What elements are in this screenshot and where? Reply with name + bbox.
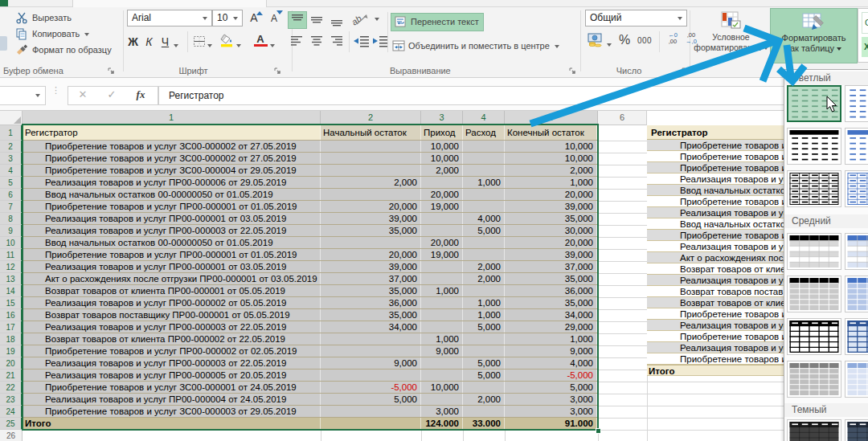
cell-value[interactable] [421, 177, 463, 188]
cell-value[interactable] [463, 201, 505, 212]
column-header-4[interactable]: 4 [463, 111, 505, 125]
cell-value[interactable] [421, 394, 463, 405]
cell-value[interactable]: 10,000 [421, 153, 463, 164]
row-header-7[interactable]: 7 [0, 201, 23, 213]
number-dialog-launcher[interactable] [682, 67, 690, 77]
table-style-swatch[interactable] [845, 361, 868, 398]
cell-value[interactable]: 5,000 [463, 357, 505, 369]
cell-value[interactable]: Расход [463, 125, 505, 140]
cell-value[interactable]: 2,000 [463, 273, 505, 284]
cell-value[interactable]: 19,000 [421, 249, 463, 260]
fill-color-button[interactable] [220, 33, 235, 49]
cell-value[interactable] [463, 153, 505, 164]
table-style-swatch[interactable] [845, 170, 868, 207]
cell-value[interactable]: 1,000 [463, 297, 505, 308]
paste-button-fragment[interactable] [0, 36, 7, 51]
column-header-1[interactable]: 1 [23, 111, 321, 125]
cell-value[interactable] [321, 333, 421, 345]
wrap-text-button[interactable]: Перенести текст [391, 13, 484, 31]
cell-value[interactable] [321, 141, 421, 152]
cell-value[interactable]: -5,000 [505, 370, 597, 381]
align-right-button[interactable] [328, 33, 346, 49]
conditional-formatting-button[interactable]: Условноеформатирование [693, 8, 769, 62]
cell-value[interactable]: 9,000 [321, 357, 421, 369]
row-header-14[interactable]: 14 [0, 285, 23, 297]
row-header-19[interactable]: 19 [0, 345, 23, 357]
cell-value[interactable] [421, 213, 463, 224]
table-style-swatch[interactable] [787, 276, 841, 312]
alignment-dialog-launcher[interactable] [569, 67, 577, 77]
cell-value[interactable]: 5,000 [505, 382, 597, 393]
cell-registrator[interactable]: Возврат товаров от клиента ПР00-000001 о… [23, 285, 321, 296]
format-as-table-button[interactable]: Форматироватькак таблицу [770, 8, 858, 63]
row-header-15[interactable]: 15 [0, 297, 23, 309]
row-header-5[interactable]: 5 [0, 177, 23, 189]
cell-value[interactable] [421, 309, 463, 321]
cell-registrator[interactable]: Возврат товаров от клиента ПР00-000002 о… [23, 333, 321, 345]
cell-registrator[interactable]: Приобретение товаров и услуг ПР00-000002… [23, 345, 321, 357]
cell-value[interactable]: Приход [421, 125, 463, 140]
font-size-combo[interactable]: 10 [212, 10, 243, 27]
currency-format-button[interactable] [588, 33, 605, 49]
cell-value[interactable]: 35,000 [321, 225, 421, 236]
cell-value[interactable]: 35,000 [321, 309, 421, 321]
merge-center-button[interactable]: Объединить и поместить в центре [392, 39, 559, 52]
row-header-2[interactable]: 2 [0, 141, 23, 153]
cell-registrator[interactable]: Приобретение товаров и услуг ЗС00-000002… [23, 153, 321, 164]
cell-registrator[interactable]: Реализация товаров и услуг ПР00-000003 о… [23, 357, 321, 369]
cell-registrator[interactable]: Ввод начальных остатков 00-00000050 от 0… [23, 189, 321, 200]
row-header-13[interactable]: 13 [0, 273, 23, 285]
cell-value[interactable]: Начальный остаток [321, 125, 421, 140]
cell-value[interactable]: 20,000 [321, 201, 421, 212]
column-header-2[interactable]: 2 [321, 111, 421, 125]
name-box[interactable] [0, 86, 46, 105]
cell-value[interactable]: 37,000 [321, 273, 421, 284]
row-header-8[interactable]: 8 [0, 213, 23, 225]
cell-value[interactable]: 1,000 [505, 333, 597, 345]
column-header-6[interactable]: 6 [598, 111, 647, 125]
select-all-corner[interactable] [0, 111, 23, 125]
cell-value[interactable]: 1,000 [463, 309, 505, 321]
align-bottom-button[interactable] [328, 11, 346, 27]
cell-value[interactable] [421, 321, 463, 333]
cell-value[interactable] [463, 165, 505, 176]
cell-value[interactable]: 9,000 [421, 345, 463, 357]
cell-styles-gallery-fragment[interactable]: СХ [858, 8, 868, 63]
italic-button[interactable]: К [142, 34, 156, 50]
font-dialog-launcher[interactable] [274, 67, 282, 77]
cell-value[interactable] [463, 285, 505, 296]
cell-value[interactable]: 10,000 [505, 153, 597, 164]
table-style-swatch[interactable] [845, 233, 868, 270]
align-middle-button[interactable] [308, 11, 326, 27]
cell-value[interactable]: 10,000 [421, 141, 463, 152]
cell-registrator[interactable]: Возврат товаров поставщику ПР00-000001 о… [23, 309, 321, 321]
copy-button[interactable]: Копировать [16, 27, 89, 40]
table-style-swatch[interactable] [787, 361, 841, 398]
row-header-9[interactable]: 9 [0, 225, 23, 237]
cell-value[interactable]: 34,000 [505, 309, 597, 321]
row-header-4[interactable]: 4 [0, 165, 23, 177]
cell-value[interactable]: 9,000 [505, 345, 597, 357]
increase-decimal-button[interactable]: ←0,00 [664, 32, 682, 50]
cell-registrator[interactable]: Приобретение товаров и услуг ПР00-000001… [23, 201, 321, 212]
increase-indent-button[interactable] [373, 35, 389, 49]
cell-registrator[interactable]: Ввод начальных остатков 00-00000050 от 0… [23, 237, 321, 248]
row-header-3[interactable]: 3 [0, 153, 23, 165]
column-header-3[interactable]: 3 [421, 111, 463, 125]
table-style-swatch[interactable] [845, 85, 868, 122]
comma-style-button[interactable]: 000 [635, 35, 654, 47]
cell-value[interactable] [463, 345, 505, 357]
cell-style-normal-fragment[interactable]: С [862, 12, 868, 34]
table-style-swatch[interactable] [787, 128, 841, 165]
cell-registrator[interactable]: Реализация товаров и услуг ПР00-000005 о… [23, 370, 321, 381]
row-header-18[interactable]: 18 [0, 333, 23, 345]
cell-registrator[interactable]: Приобретение товаров и услуг ЗС00-000004… [23, 165, 321, 176]
row-header-12[interactable]: 12 [0, 261, 23, 273]
cell-value[interactable]: 19,000 [421, 201, 463, 212]
cell-value[interactable]: 10,000 [505, 141, 597, 152]
cell-value[interactable] [321, 370, 421, 381]
underline-button[interactable]: Ч [158, 34, 172, 50]
row-header-24[interactable]: 24 [0, 406, 23, 418]
cell-value[interactable] [321, 406, 421, 417]
cell-registrator[interactable]: Акт о расхождениях после отгрузки ПР00-0… [23, 273, 321, 284]
